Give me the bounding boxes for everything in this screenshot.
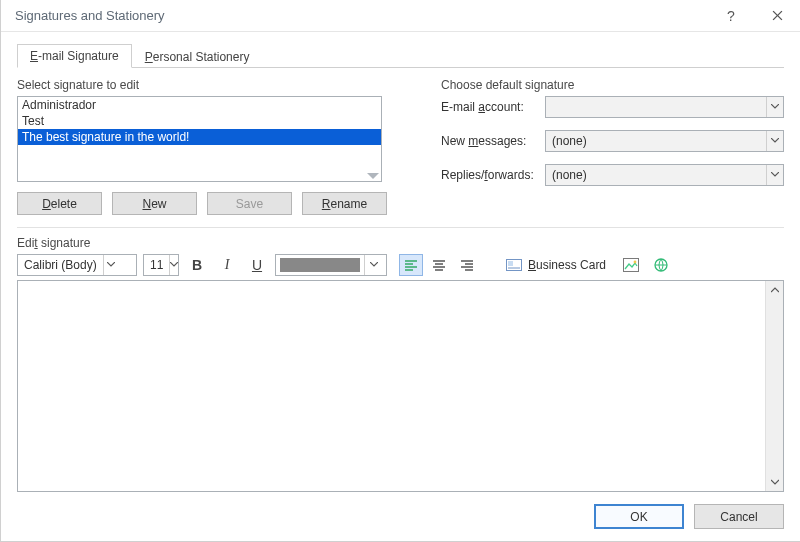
editor-scrollbar[interactable] xyxy=(765,281,783,491)
titlebar: Signatures and Stationery ? xyxy=(1,0,800,32)
dialog-content: E-mail Signature Personal Stationery Sel… xyxy=(1,32,800,541)
svg-rect-15 xyxy=(508,261,513,266)
replies-forwards-label: Replies/forwards: xyxy=(441,168,539,182)
scroll-up-icon[interactable] xyxy=(771,281,779,299)
chevron-down-icon xyxy=(367,173,379,179)
align-right-icon xyxy=(460,259,474,271)
save-button[interactable]: Save xyxy=(207,192,292,215)
tabstrip: E-mail Signature Personal Stationery xyxy=(17,42,784,68)
email-account-combo[interactable] xyxy=(545,96,784,118)
delete-button[interactable]: Delete xyxy=(17,192,102,215)
dialog-window: Signatures and Stationery ? E-mail Signa… xyxy=(0,0,800,542)
font-color-combo[interactable] xyxy=(275,254,387,276)
align-center-button[interactable] xyxy=(427,254,451,276)
chevron-down-icon xyxy=(766,97,782,117)
signature-listbox[interactable]: Administrador Test The best signature in… xyxy=(17,96,382,182)
align-left-button[interactable] xyxy=(399,254,423,276)
dialog-footer: OK Cancel xyxy=(17,492,784,533)
window-title: Signatures and Stationery xyxy=(15,8,165,23)
help-button[interactable]: ? xyxy=(708,0,754,32)
align-right-button[interactable] xyxy=(455,254,479,276)
new-button[interactable]: New xyxy=(112,192,197,215)
cancel-button[interactable]: Cancel xyxy=(694,504,784,529)
align-center-icon xyxy=(432,259,446,271)
alignment-group xyxy=(399,254,479,276)
list-item[interactable]: Test xyxy=(18,113,381,129)
ok-button[interactable]: OK xyxy=(594,504,684,529)
picture-icon xyxy=(623,258,639,272)
editor-area xyxy=(17,280,784,492)
bold-button[interactable]: B xyxy=(185,254,209,276)
new-messages-label: New messages: xyxy=(441,134,539,148)
select-signature-column: Select signature to edit Administrador T… xyxy=(17,78,417,215)
email-account-label: E-mail account: xyxy=(441,100,539,114)
business-card-button[interactable]: Business Card xyxy=(499,254,613,276)
close-icon xyxy=(772,10,783,21)
font-size-combo[interactable]: 11 xyxy=(143,254,179,276)
new-messages-combo[interactable]: (none) xyxy=(545,130,784,152)
divider xyxy=(17,227,784,228)
svg-point-18 xyxy=(634,261,637,264)
card-icon xyxy=(506,259,522,271)
replies-forwards-combo[interactable]: (none) xyxy=(545,164,784,186)
list-item[interactable]: Administrador xyxy=(18,97,381,113)
signature-editor[interactable] xyxy=(18,281,765,491)
chevron-down-icon xyxy=(169,255,178,275)
chevron-down-icon xyxy=(364,255,382,275)
align-left-icon xyxy=(404,259,418,271)
scroll-down-icon[interactable] xyxy=(771,473,779,491)
italic-button[interactable]: I xyxy=(215,254,239,276)
chevron-down-icon xyxy=(103,255,119,275)
tab-email-signature[interactable]: E-mail Signature xyxy=(17,44,132,68)
font-combo[interactable]: Calibri (Body) xyxy=(17,254,137,276)
signature-button-row: Delete New Save Rename xyxy=(17,192,417,215)
editor-toolbar: Calibri (Body) 11 B I U xyxy=(17,254,784,276)
chevron-down-icon xyxy=(766,131,782,151)
globe-link-icon xyxy=(653,257,669,273)
color-swatch xyxy=(280,258,360,272)
tab-email-label-rest: -mail Signature xyxy=(38,49,119,63)
list-item[interactable]: The best signature in the world! xyxy=(18,129,381,145)
default-signature-label: Choose default signature xyxy=(441,78,784,92)
default-signature-column: Choose default signature E-mail account:… xyxy=(441,78,784,215)
tab-personal-stationery[interactable]: Personal Stationery xyxy=(132,45,263,68)
edit-signature-label: Edit signature xyxy=(17,236,784,250)
chevron-down-icon xyxy=(766,165,782,185)
rename-button[interactable]: Rename xyxy=(302,192,387,215)
select-signature-label: Select signature to edit xyxy=(17,78,417,92)
insert-picture-button[interactable] xyxy=(619,254,643,276)
insert-hyperlink-button[interactable] xyxy=(649,254,673,276)
close-button[interactable] xyxy=(754,0,800,32)
underline-button[interactable]: U xyxy=(245,254,269,276)
